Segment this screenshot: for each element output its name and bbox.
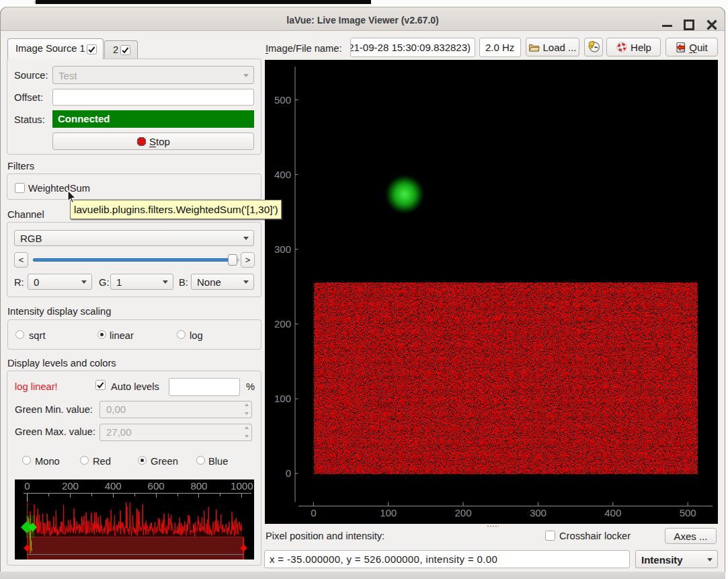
svg-text:200: 200 [454,507,471,518]
svg-text:200: 200 [274,318,291,330]
svg-text:0: 0 [286,467,291,479]
svg-text:100: 100 [380,507,397,518]
svg-text:400: 400 [105,480,122,492]
svg-text:1000: 1000 [231,480,253,492]
svg-text:600: 600 [148,480,165,492]
svg-text:300: 300 [274,243,291,255]
svg-text:100: 100 [274,393,291,404]
svg-text:200: 200 [62,480,79,492]
svg-text:500: 500 [680,507,696,518]
svg-text:800: 800 [190,480,207,492]
svg-text:0: 0 [24,480,30,492]
svg-text:400: 400 [274,169,291,180]
svg-text:400: 400 [604,507,621,518]
svg-text:300: 300 [530,507,547,518]
svg-text:0: 0 [311,507,316,518]
svg-text:500: 500 [274,94,291,106]
